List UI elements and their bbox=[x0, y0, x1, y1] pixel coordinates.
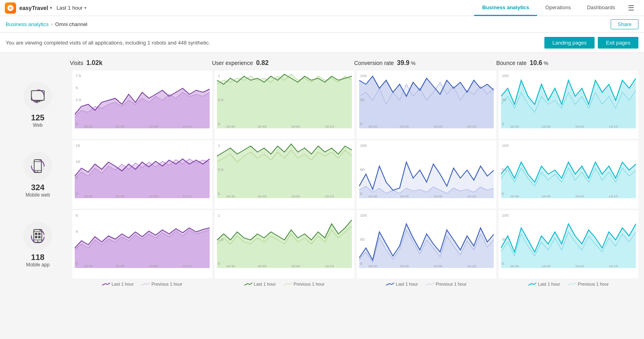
svg-text:19:15: 19:15 bbox=[325, 194, 334, 198]
app-chevron-icon: ▾ bbox=[50, 6, 52, 10]
svg-text:19:00: 19:00 bbox=[149, 124, 158, 128]
breadcrumb-parent[interactable]: Business analytics bbox=[6, 21, 49, 27]
mobileweb-device-icon bbox=[31, 159, 45, 173]
svg-text:19:15: 19:15 bbox=[325, 264, 334, 268]
conversion-last-hour-legend: Last 1 hour bbox=[386, 282, 418, 286]
svg-text:5: 5 bbox=[76, 86, 78, 90]
mobileapp-name: Mobile app bbox=[26, 262, 50, 268]
svg-text:19:00: 19:00 bbox=[291, 264, 300, 268]
svg-rect-1 bbox=[31, 91, 44, 100]
svg-text:19:15: 19:15 bbox=[467, 124, 476, 128]
mobileapp-count: 118 bbox=[31, 253, 44, 262]
svg-text:19:15: 19:15 bbox=[467, 194, 476, 198]
tab-business-analytics[interactable]: Business analytics bbox=[474, 0, 537, 16]
svg-text:18:45: 18:45 bbox=[257, 264, 266, 268]
svg-text:100: 100 bbox=[502, 74, 509, 78]
mobileweb-visits-chart: 15 10 5 0 18:30 18:45 19:00 19:15 bbox=[72, 140, 212, 209]
breadcrumb-current: Omni channel bbox=[55, 21, 87, 27]
svg-text:0: 0 bbox=[218, 122, 220, 126]
tab-dashboards[interactable]: Dashboards bbox=[579, 0, 623, 16]
web-device-icon bbox=[31, 89, 45, 104]
hamburger-menu-icon[interactable]: ☰ bbox=[623, 4, 639, 12]
svg-text:18:45: 18:45 bbox=[542, 194, 551, 198]
app-name[interactable]: easyTravel ▾ bbox=[19, 5, 52, 11]
svg-text:0: 0 bbox=[76, 262, 78, 266]
svg-text:1: 1 bbox=[218, 213, 220, 217]
conversion-legend: Last 1 hour Previous 1 hour bbox=[357, 280, 497, 288]
breadcrumb: Business analytics › Omni channel bbox=[6, 21, 88, 27]
mobileapp-device-icon bbox=[31, 229, 45, 243]
svg-text:0: 0 bbox=[360, 192, 362, 196]
info-text: You are viewing completed visits of all … bbox=[6, 40, 210, 46]
svg-text:19:15: 19:15 bbox=[183, 124, 192, 128]
svg-text:0: 0 bbox=[502, 192, 504, 196]
data-grid: 125 Web 7.5 5 2.5 0 18:30 18:45 bbox=[6, 71, 638, 288]
web-visits-chart: 7.5 5 2.5 0 18:30 18:45 19:00 19:15 bbox=[72, 71, 212, 139]
time-range-selector[interactable]: Last 1 hour ▾ bbox=[57, 5, 86, 11]
svg-text:2: 2 bbox=[76, 246, 78, 250]
svg-text:18:30: 18:30 bbox=[510, 194, 519, 198]
svg-text:19:00: 19:00 bbox=[433, 194, 442, 198]
visits-prev-hour-legend: Previous 1 hour bbox=[142, 282, 182, 286]
svg-text:100: 100 bbox=[502, 144, 509, 148]
ux-last-hour-legend: Last 1 hour bbox=[244, 282, 276, 286]
mobileapp-bounce-chart: 100 50 0 18:30 18:45 19:00 19:15 bbox=[499, 210, 638, 278]
svg-text:100: 100 bbox=[502, 213, 509, 217]
svg-text:50: 50 bbox=[502, 98, 506, 102]
svg-rect-89 bbox=[38, 233, 41, 235]
exit-pages-button[interactable]: Exit pages bbox=[598, 37, 638, 49]
svg-text:18:30: 18:30 bbox=[510, 124, 519, 128]
svg-rect-88 bbox=[35, 233, 37, 235]
svg-text:0: 0 bbox=[218, 192, 220, 196]
tab-operations[interactable]: Operations bbox=[537, 0, 579, 16]
svg-text:7.5: 7.5 bbox=[76, 74, 81, 78]
svg-text:19:15: 19:15 bbox=[467, 264, 476, 268]
app-logo[interactable] bbox=[5, 2, 16, 14]
svg-text:0: 0 bbox=[360, 262, 362, 266]
mobileapp-icon-wrap bbox=[23, 221, 52, 250]
svg-text:18:45: 18:45 bbox=[399, 264, 409, 268]
svg-text:18:45: 18:45 bbox=[257, 124, 266, 128]
svg-marker-76 bbox=[501, 168, 636, 198]
svg-text:18:30: 18:30 bbox=[368, 194, 377, 198]
bounce-metric-label: Bounce rate 10.6 % bbox=[496, 58, 638, 68]
svg-text:0.5: 0.5 bbox=[218, 168, 223, 172]
svg-text:19:15: 19:15 bbox=[609, 124, 618, 128]
svg-text:1: 1 bbox=[218, 144, 220, 148]
svg-marker-48 bbox=[75, 159, 210, 198]
visits-last-hour-legend: Last 1 hour bbox=[102, 282, 134, 286]
svg-text:19:00: 19:00 bbox=[291, 124, 300, 128]
svg-text:18:45: 18:45 bbox=[399, 194, 409, 198]
svg-point-92 bbox=[37, 240, 39, 242]
svg-point-46 bbox=[37, 171, 38, 172]
landing-pages-button[interactable]: Landing pages bbox=[544, 37, 595, 49]
web-ux-chart: 1 0.5 0 18:30 18:45 19:00 19:15 bbox=[215, 71, 354, 139]
svg-text:100: 100 bbox=[360, 74, 367, 78]
breadcrumb-bar: Business analytics › Omni channel Share bbox=[0, 16, 644, 33]
top-navigation: easyTravel ▾ Last 1 hour ▾ Business anal… bbox=[0, 0, 644, 16]
svg-text:18:30: 18:30 bbox=[84, 124, 93, 128]
svg-text:4: 4 bbox=[76, 229, 78, 233]
metrics-header: Visits 1.02k User experience 0.82 Conver… bbox=[6, 58, 638, 68]
conversion-metric-label: Conversion rate 39.9 % bbox=[354, 58, 497, 68]
svg-text:18:30: 18:30 bbox=[368, 264, 377, 268]
web-name: Web bbox=[33, 122, 43, 128]
svg-text:19:15: 19:15 bbox=[609, 264, 618, 268]
svg-text:18:45: 18:45 bbox=[115, 264, 125, 268]
svg-text:5: 5 bbox=[76, 176, 78, 180]
channel-mobileapp: 118 Mobile app bbox=[6, 210, 70, 278]
mobileweb-conversion-chart: 100 50 0 18:30 18:45 19:00 19:15 bbox=[357, 140, 497, 209]
svg-text:19:15: 19:15 bbox=[609, 194, 618, 198]
bounce-prev-hour-legend: Previous 1 hour bbox=[568, 282, 609, 286]
svg-text:0.5: 0.5 bbox=[218, 98, 223, 102]
web-bounce-chart: 100 50 0 18:30 18:45 19:00 19:15 bbox=[499, 71, 638, 139]
bounce-last-hour-legend: Last 1 hour bbox=[528, 282, 560, 286]
svg-text:19:15: 19:15 bbox=[183, 194, 192, 198]
time-chevron-icon: ▾ bbox=[84, 6, 86, 10]
share-button[interactable]: Share bbox=[611, 19, 638, 29]
svg-text:15: 15 bbox=[76, 144, 80, 148]
mobileapp-ux-chart: 1 0.5 0 18:30 18:45 19:00 19:15 bbox=[215, 210, 354, 278]
web-icon-wrap bbox=[23, 82, 52, 111]
svg-text:18:30: 18:30 bbox=[226, 264, 235, 268]
ux-prev-hour-legend: Previous 1 hour bbox=[284, 282, 325, 286]
